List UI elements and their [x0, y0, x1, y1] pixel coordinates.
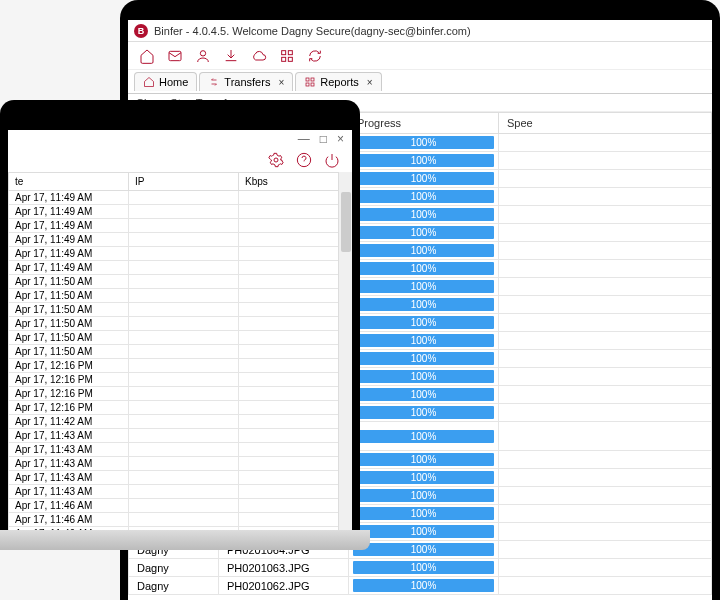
power-icon[interactable] — [324, 152, 340, 168]
tab-label: Home — [159, 76, 188, 88]
header-kbps[interactable]: Kbps — [239, 173, 352, 191]
progress-bar: 100% — [353, 316, 494, 329]
cell-progress: 100% — [349, 350, 499, 368]
cell-date: Apr 17, 11:49 AM — [9, 205, 129, 219]
header-date[interactable]: te — [9, 173, 129, 191]
table-row[interactable]: Apr 17, 12:16 PM — [9, 373, 352, 387]
progress-bar: 100% — [353, 244, 494, 257]
scrollbar[interactable] — [338, 172, 352, 540]
cell-date: Apr 17, 11:43 AM — [9, 443, 129, 457]
table-row[interactable]: Apr 17, 11:43 AM — [9, 429, 352, 443]
cell-kbps — [239, 373, 352, 387]
table-row[interactable]: Apr 17, 11:43 AM — [9, 443, 352, 457]
user-icon[interactable] — [194, 47, 212, 65]
cell-kbps — [239, 345, 352, 359]
header-progress[interactable]: Progress — [349, 113, 499, 134]
mail-icon[interactable] — [166, 47, 184, 65]
table-row[interactable]: Apr 17, 11:43 AM — [9, 471, 352, 485]
cell-ip — [129, 289, 239, 303]
home-icon[interactable] — [138, 47, 156, 65]
title-bar: B Binfer - 4.0.4.5. Welcome Dagny Secure… — [128, 20, 712, 42]
table-row[interactable]: Apr 17, 11:50 AM — [9, 345, 352, 359]
maximize-icon[interactable]: □ — [320, 132, 327, 146]
cell-date: Apr 17, 11:50 AM — [9, 345, 129, 359]
table-row[interactable]: Apr 17, 11:49 AM — [9, 247, 352, 261]
table-row[interactable]: Apr 17, 11:49 AM — [9, 261, 352, 275]
table-row[interactable]: Apr 17, 11:50 AM — [9, 331, 352, 345]
table-row[interactable]: Apr 17, 12:16 PM — [9, 401, 352, 415]
svg-rect-2 — [282, 50, 286, 54]
table-row[interactable]: Apr 17, 12:16 PM — [9, 359, 352, 373]
cell-kbps — [239, 219, 352, 233]
cell-ip — [129, 499, 239, 513]
close-icon[interactable]: × — [367, 77, 373, 88]
close-icon[interactable]: × — [278, 77, 284, 88]
table-row[interactable]: Apr 17, 11:50 AM — [9, 289, 352, 303]
refresh-icon[interactable] — [306, 47, 324, 65]
close-icon[interactable]: × — [337, 132, 344, 146]
cell-contact: Dagny — [129, 577, 219, 595]
tab-reports[interactable]: Reports × — [295, 72, 381, 91]
cell-speed — [499, 541, 712, 559]
help-icon[interactable] — [296, 152, 312, 168]
cell-progress: 100% — [349, 422, 499, 451]
cell-date: Apr 17, 11:50 AM — [9, 317, 129, 331]
cell-ip — [129, 275, 239, 289]
tab-home[interactable]: Home — [134, 72, 197, 91]
cell-date: Apr 17, 11:49 AM — [9, 233, 129, 247]
table-row[interactable]: Apr 17, 11:49 AM — [9, 233, 352, 247]
minimize-icon[interactable]: — — [298, 132, 310, 146]
cell-speed — [499, 188, 712, 206]
table-row[interactable]: Apr 17, 11:43 AM — [9, 485, 352, 499]
table-row[interactable]: Apr 17, 11:42 AM — [9, 415, 352, 429]
cell-progress: 100% — [349, 170, 499, 188]
table-row[interactable]: Apr 17, 11:50 AM — [9, 275, 352, 289]
cell-speed — [499, 170, 712, 188]
table-row[interactable]: Apr 17, 11:50 AM — [9, 303, 352, 317]
cell-progress: 100% — [349, 278, 499, 296]
side-laptop-frame: — □ × te IP Kbps Apr 17, 11:49 AMApr 17,… — [0, 100, 360, 540]
header-ip[interactable]: IP — [129, 173, 239, 191]
cell-date: Apr 17, 11:50 AM — [9, 275, 129, 289]
cell-kbps — [239, 415, 352, 429]
cell-kbps — [239, 457, 352, 471]
table-row[interactable]: Apr 17, 11:50 AM — [9, 317, 352, 331]
cell-ip — [129, 485, 239, 499]
cell-date: Apr 17, 11:43 AM — [9, 429, 129, 443]
table-row[interactable]: Apr 17, 11:43 AM — [9, 457, 352, 471]
cell-ip — [129, 429, 239, 443]
table-row[interactable]: Apr 17, 11:46 AM — [9, 499, 352, 513]
tab-transfers[interactable]: Transfers × — [199, 72, 293, 91]
cell-kbps — [239, 247, 352, 261]
cell-ip — [129, 191, 239, 205]
download-icon[interactable] — [222, 47, 240, 65]
cell-file: PH0201063.JPG — [219, 559, 349, 577]
cell-progress: 100% — [349, 224, 499, 242]
cell-date: Apr 17, 11:46 AM — [9, 513, 129, 527]
table-row[interactable]: Apr 17, 11:49 AM — [9, 219, 352, 233]
svg-rect-0 — [169, 51, 181, 60]
header-speed[interactable]: Spee — [499, 113, 712, 134]
cell-progress: 100% — [349, 577, 499, 595]
cell-ip — [129, 345, 239, 359]
table-row[interactable]: DagnyPH0201063.JPG100% — [129, 559, 712, 577]
table-row[interactable]: Apr 17, 11:46 AM — [9, 513, 352, 527]
cell-date: Apr 17, 12:16 PM — [9, 387, 129, 401]
scroll-thumb[interactable] — [341, 192, 351, 252]
cloud-icon[interactable] — [250, 47, 268, 65]
gear-icon[interactable] — [268, 152, 284, 168]
grid-icon[interactable] — [278, 47, 296, 65]
cell-progress: 100% — [349, 541, 499, 559]
table-row[interactable]: DagnyPH0201062.JPG100% — [129, 577, 712, 595]
reports-icon — [304, 76, 316, 88]
table-row[interactable]: Apr 17, 11:49 AM — [9, 205, 352, 219]
table-row[interactable]: Apr 17, 11:49 AM — [9, 191, 352, 205]
tab-label: Reports — [320, 76, 359, 88]
cell-ip — [129, 373, 239, 387]
cell-date: Apr 17, 11:50 AM — [9, 289, 129, 303]
cell-speed — [499, 278, 712, 296]
cell-ip — [129, 359, 239, 373]
cell-progress: 100% — [349, 451, 499, 469]
progress-bar: 100% — [353, 430, 494, 443]
table-row[interactable]: Apr 17, 12:16 PM — [9, 387, 352, 401]
